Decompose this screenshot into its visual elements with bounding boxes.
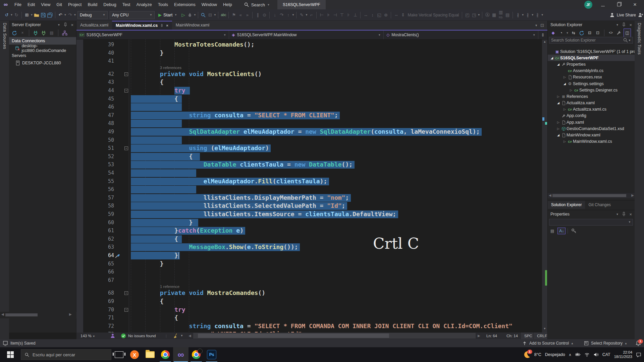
tab-mainwindow.xaml.cs[interactable]: MainWindow.xaml.cs× (112, 21, 172, 30)
close-button[interactable]: × (629, 1, 641, 8)
line-number[interactable]: 57 (89, 194, 114, 202)
tree-item-app.xaml[interactable]: ▷App.xaml (548, 119, 635, 125)
line-number[interactable]: 56 (89, 185, 114, 194)
weather-icon[interactable]: 1 (523, 351, 531, 359)
dropdown-caret[interactable]: ▼ (213, 13, 216, 16)
tab-mainwindow.xaml[interactable]: MainWindow.xaml (172, 21, 213, 30)
stop-refresh-button[interactable]: × (19, 29, 26, 37)
code-line-61[interactable]: 61 }catch(Exception e) (76, 227, 542, 235)
start-button[interactable] (0, 347, 21, 362)
data-sources-tab[interactable]: Data Sources (0, 21, 9, 339)
open-file-button[interactable] (33, 11, 40, 19)
solution-configurations-dropdown[interactable]: Debug▼ (77, 11, 108, 19)
close-icon[interactable]: × (71, 22, 73, 27)
pane-spacing-1-button[interactable]: ∦ (515, 11, 521, 19)
split-window-icon[interactable]: ⇕ (538, 31, 547, 39)
line-number[interactable]: 59 (89, 210, 114, 219)
tree-item-settings.settings[interactable]: ◢⚙Settings.settings (548, 80, 635, 87)
solution-platforms-dropdown[interactable]: Any CPU▼ (110, 11, 155, 19)
line-number[interactable]: 64 (89, 251, 114, 260)
battery-icon[interactable] (575, 352, 581, 357)
tree-item-settings.designer.cs[interactable]: ▷C#Settings.Designer.cs (548, 87, 635, 93)
code-line-43[interactable]: 43 { (76, 78, 542, 86)
tree-item-solution-s16sqlserverwpf-1-of-1-project-[interactable]: ▣Solution 'S16SQLServerWPF' (1 of 1 proj… (548, 48, 635, 55)
panel-tab-git-changes[interactable]: Git Changes (585, 201, 614, 209)
categorized-icon[interactable]: ▤ (549, 228, 555, 234)
new-project-button[interactable]: ⊞ (23, 11, 30, 19)
toggle-bookmark-button[interactable]: ⚑ (230, 11, 237, 19)
connect-to-database-button[interactable] (32, 29, 39, 37)
line-number[interactable]: 70 (89, 306, 114, 314)
issues-check-icon[interactable] (121, 333, 126, 339)
code-line-69[interactable]: 69 { (76, 297, 542, 306)
size-to-grid-button[interactable]: ⊚ (382, 11, 389, 19)
diagnostic-tools-tab[interactable]: Diagnostic Tools (635, 21, 644, 339)
dropdown-caret[interactable]: ▼ (30, 13, 33, 16)
breadcrumb-type[interactable]: ◈ S16SQLServerWPF.MainWindow▼ (229, 31, 384, 39)
line-number[interactable]: 62 (89, 235, 114, 243)
taskbar-visual-studio-icon[interactable]: ∞ (173, 347, 189, 362)
pin-icon[interactable] (621, 212, 627, 217)
tree-item-app.config[interactable]: App.config (548, 113, 635, 119)
menu-analyze[interactable]: Analyze (133, 2, 155, 7)
code-line-67[interactable]: 67 (76, 276, 542, 285)
line-number[interactable]: 67 (89, 276, 114, 285)
fold-collapse-icon[interactable]: − (124, 308, 128, 312)
fold-collapse-icon[interactable]: − (124, 89, 128, 93)
code-line-48[interactable]: 48 (76, 119, 542, 128)
line-number[interactable]: 49 (89, 128, 114, 136)
preview-selected-items-button[interactable]: ◫ (624, 28, 631, 37)
window-options-icon[interactable]: ⊡ (540, 23, 544, 28)
spell-check-button[interactable]: abc (220, 11, 227, 19)
line-number[interactable]: 71 (89, 314, 114, 322)
object-dropdown[interactable]: ▼ (549, 219, 633, 226)
menu-file[interactable]: File (11, 2, 24, 7)
line-number[interactable]: 53 (89, 161, 114, 169)
breakpoints-window-button[interactable]: ⊙ (261, 11, 268, 19)
property-pages-icon[interactable] (570, 228, 578, 234)
find-in-files-button[interactable] (200, 11, 207, 19)
code-line-50[interactable]: 50 (76, 136, 542, 144)
pane-spacing-2-button[interactable]: ∦ (524, 11, 531, 19)
code-line-73[interactable]: 73 + " WHERE CLI.Id=@ClientId"; (76, 330, 542, 333)
image-button-button[interactable]: Ⓐ (484, 11, 491, 19)
menu-view[interactable]: View (38, 2, 53, 7)
notifications-bell-icon[interactable]: 1 (635, 340, 641, 346)
navigate-backward-button[interactable]: ↺ (3, 11, 10, 19)
select-repository-button[interactable]: Select Repository (591, 341, 623, 346)
panel-menu-icon[interactable]: ▼ (616, 213, 619, 216)
expanded-arrow-icon[interactable]: ◢ (556, 101, 560, 105)
expanded-arrow-icon[interactable]: ◢ (562, 82, 567, 85)
menu-extensions[interactable]: Extensions (171, 2, 199, 7)
menu-build[interactable]: Build (85, 2, 100, 7)
tree-item-s16sqlserverwpf[interactable]: ◢C#S16SQLServerWPF (548, 55, 635, 61)
menu-edit[interactable]: Edit (24, 2, 38, 7)
menu-git[interactable]: Git (53, 2, 65, 7)
line-number[interactable]: 41 (89, 57, 114, 65)
panel-menu-icon[interactable]: ▼ (57, 23, 60, 26)
line-number[interactable]: 60 (89, 219, 114, 227)
save-all-button[interactable] (47, 11, 53, 19)
wifi-icon[interactable] (584, 352, 590, 357)
taskbar-file-explorer-icon[interactable] (142, 347, 158, 362)
taskbar-task-view-icon[interactable] (111, 347, 127, 362)
line-number[interactable]: 63 (89, 243, 114, 251)
collapsed-arrow-icon[interactable]: ▷ (556, 127, 560, 130)
keyboard-language[interactable]: CAT (602, 352, 610, 357)
code-line-51[interactable]: 51− using (elMeuAdaptador) (76, 144, 542, 153)
sql-pane-button[interactable]: ▥SQL (497, 8, 504, 21)
add-server-button[interactable] (61, 29, 68, 37)
menu-project[interactable]: Project (65, 2, 85, 7)
break-all-button[interactable]: ∥ (254, 11, 261, 19)
issues-status[interactable]: No issues found (128, 333, 156, 339)
line-number[interactable]: 45 (89, 95, 114, 103)
code-line-72[interactable]: 72 string consulta = "SELECT * FROM COMA… (76, 322, 542, 330)
line-number[interactable]: 69 (89, 297, 114, 306)
connect-to-server-button[interactable] (40, 29, 47, 37)
line-number[interactable]: 46 (89, 103, 114, 111)
search-button[interactable]: Search ▼ (244, 2, 270, 7)
solution-explorer-search[interactable]: Search Solution Explorer ▼ (549, 37, 633, 44)
solution-explorer-hscrollbar[interactable]: ◀ ▶ (548, 193, 635, 198)
window-layout-button[interactable]: ⊟ (207, 11, 213, 19)
undo-button[interactable]: ↶ (57, 11, 64, 19)
